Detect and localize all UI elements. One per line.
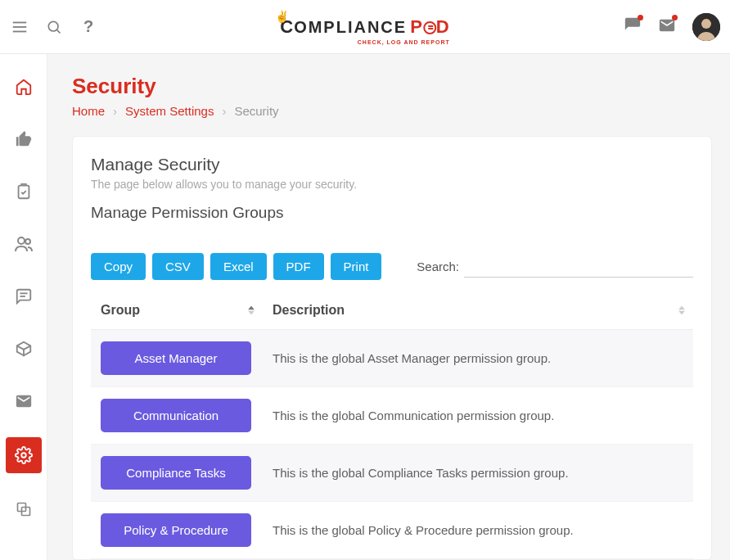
logo-main-text: OMPLIANCE: [294, 18, 407, 37]
nav-box-icon[interactable]: [7, 332, 40, 365]
breadcrumb: Home › System Settings › Security: [72, 104, 712, 118]
brand-logo[interactable]: C✌ OMPLIANCE P D CHECK, LOG AND REPORT: [280, 16, 449, 38]
page-title: Security: [72, 74, 712, 99]
export-toolbar: Copy CSV Excel PDF Print Search:: [91, 253, 693, 280]
logo-tagline: CHECK, LOG AND REPORT: [358, 39, 450, 45]
excel-button[interactable]: Excel: [210, 253, 267, 280]
sort-icon: [248, 306, 255, 315]
col-header-group[interactable]: Group: [91, 291, 263, 330]
nav-comment-icon[interactable]: [7, 280, 40, 313]
sort-icon: [678, 306, 685, 315]
col-header-description[interactable]: Description: [263, 291, 693, 330]
hamburger-menu-icon[interactable]: [10, 17, 29, 37]
csv-button[interactable]: CSV: [152, 253, 204, 280]
svg-point-3: [48, 21, 58, 31]
table-row: Communication This is the global Communi…: [91, 387, 693, 445]
search-input[interactable]: [464, 255, 693, 278]
col-header-group-label: Group: [101, 303, 140, 317]
nav-copy-icon[interactable]: [7, 493, 40, 526]
card-subtitle: The page below allows you to manage your…: [91, 178, 693, 191]
svg-point-12: [21, 453, 26, 458]
chevron-right-icon: ›: [113, 104, 117, 118]
svg-point-8: [18, 237, 25, 244]
group-button[interactable]: Compliance Tasks: [101, 456, 251, 490]
mail-notification-dot: [672, 15, 678, 20]
nav-settings-icon[interactable]: [6, 437, 42, 473]
logo-p: P: [410, 16, 423, 38]
breadcrumb-current: Security: [234, 104, 278, 118]
nav-envelope-icon[interactable]: [7, 385, 40, 418]
topbar-left: ?: [10, 17, 98, 37]
messages-notification-dot: [638, 15, 643, 20]
help-icon[interactable]: ?: [79, 17, 98, 37]
sidenav: [0, 54, 47, 560]
section-title: Manage Permission Groups: [91, 204, 693, 222]
breadcrumb-home[interactable]: Home: [72, 104, 105, 118]
group-button[interactable]: Communication: [101, 399, 251, 432]
group-button[interactable]: Policy & Procedure: [101, 513, 251, 547]
svg-line-4: [57, 29, 61, 33]
row-description: This is the global Compliance Tasks perm…: [263, 445, 693, 502]
nav-home-icon[interactable]: [7, 70, 40, 103]
pdf-button[interactable]: PDF: [273, 253, 324, 280]
topbar: ? C✌ OMPLIANCE P D CHECK, LOG AND REPORT: [0, 0, 730, 54]
col-header-description-label: Description: [273, 303, 345, 317]
nav-clipboard-icon[interactable]: [7, 175, 40, 208]
svg-rect-7: [18, 186, 29, 199]
content: Security Home › System Settings › Securi…: [47, 54, 730, 560]
nav-users-icon[interactable]: [7, 228, 40, 260]
mail-icon[interactable]: [658, 16, 676, 38]
row-description: This is the global Communication permiss…: [263, 387, 693, 445]
search-icon[interactable]: [44, 17, 64, 37]
logo-o-icon: [423, 21, 436, 34]
table-row: Asset Manager This is the global Asset M…: [91, 330, 693, 387]
nav-thumbs-up-icon[interactable]: [7, 123, 40, 156]
svg-point-9: [25, 239, 30, 244]
permission-groups-table: Group Description: [91, 291, 693, 559]
breadcrumb-settings[interactable]: System Settings: [125, 104, 214, 118]
copy-button[interactable]: Copy: [91, 253, 146, 280]
search-wrap: Search:: [417, 255, 693, 278]
user-avatar[interactable]: [692, 13, 720, 41]
logo-d: D: [436, 16, 450, 38]
search-label: Search:: [417, 260, 459, 273]
table-row: Compliance Tasks This is the global Comp…: [91, 445, 693, 502]
print-button[interactable]: Print: [331, 253, 382, 280]
row-description: This is the global Asset Manager permiss…: [263, 330, 693, 387]
table-row: Policy & Procedure This is the global Po…: [91, 502, 693, 559]
svg-point-6: [701, 19, 711, 29]
chevron-right-icon: ›: [222, 104, 226, 118]
card-title: Manage Security: [91, 155, 693, 174]
topbar-right: [624, 13, 720, 41]
group-button[interactable]: Asset Manager: [101, 341, 251, 375]
row-description: This is the global Policy & Procedure pe…: [263, 502, 693, 559]
security-card: Manage Security The page below allows yo…: [72, 136, 712, 560]
logo-c: C✌: [280, 16, 294, 38]
messages-icon[interactable]: [624, 16, 642, 38]
